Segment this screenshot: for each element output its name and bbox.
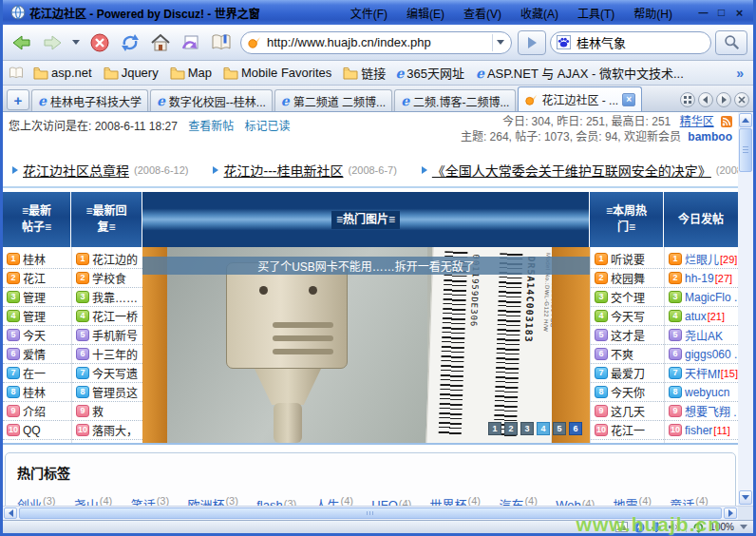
today-poster-item[interactable]: 8 webyucn bbox=[665, 383, 738, 402]
home-button[interactable] bbox=[147, 29, 174, 56]
bookmark-folder[interactable]: Jquery bbox=[104, 64, 159, 82]
latest-reply-item[interactable]: 10 落雨大， bbox=[72, 421, 142, 440]
latest-post-item[interactable]: 10 QQ bbox=[3, 421, 71, 440]
url-input[interactable] bbox=[265, 34, 488, 50]
weekly-hot-item[interactable]: 9 这几天 bbox=[591, 402, 664, 421]
today-poster-item[interactable]: 2 hh-19 [27] bbox=[665, 269, 738, 288]
latest-post-item[interactable]: 3 管理 bbox=[3, 288, 71, 307]
scroll-left-button[interactable] bbox=[4, 507, 17, 519]
today-poster-item[interactable]: 4 atux [21] bbox=[665, 307, 738, 326]
go-button[interactable] bbox=[518, 30, 546, 55]
maximize-button[interactable] bbox=[713, 6, 729, 20]
weekly-hot-item[interactable]: 3 交个理 bbox=[591, 288, 664, 307]
bookmark-folder[interactable]: 链接 bbox=[343, 64, 386, 82]
page-button-1[interactable]: 1 bbox=[488, 422, 501, 435]
menu-item[interactable]: 工具(T) bbox=[568, 3, 624, 23]
page-button-2[interactable]: 2 bbox=[504, 422, 518, 435]
latest-reply-item[interactable]: 1 花江边的 bbox=[72, 250, 142, 269]
scroll-up-button[interactable] bbox=[739, 113, 752, 127]
weekly-hot-item[interactable]: 1 听说要 bbox=[591, 250, 664, 269]
latest-reply-item[interactable]: 5 手机新号 bbox=[72, 326, 142, 345]
weekly-hot-item[interactable]: 2 校园舞 bbox=[591, 269, 664, 288]
weekly-hot-item[interactable]: 8 今天你 bbox=[591, 383, 664, 402]
announcement-link[interactable]: 花江边---桂电新社区 bbox=[223, 161, 343, 180]
weekly-hot-item[interactable]: 6 不爽 bbox=[591, 345, 664, 364]
hot-picture-viewer[interactable]: 0011959DE306 DR5A14C003183 Model No.:DWL… bbox=[142, 247, 590, 443]
page-button-5[interactable]: 5 bbox=[553, 422, 566, 435]
photo-caption[interactable]: 买了个USB网卡不能用……拆开一看无敌了 bbox=[142, 257, 590, 275]
tag-item[interactable]: flash (3) bbox=[256, 498, 296, 506]
weekly-hot-item[interactable]: 5 这才是 bbox=[591, 326, 664, 345]
latest-post-item[interactable]: 8 桂林 bbox=[3, 383, 71, 402]
page-button-4-current[interactable]: 4 bbox=[537, 422, 550, 435]
weekly-hot-item[interactable]: 4 今天写 bbox=[591, 307, 664, 326]
latest-reply-item[interactable]: 2 学校食 bbox=[72, 269, 142, 288]
newest-member-link[interactable]: bamboo bbox=[688, 130, 732, 144]
menu-item[interactable]: 帮助(H) bbox=[624, 3, 682, 23]
latest-reply-item[interactable]: 7 今天写遗 bbox=[72, 364, 142, 383]
tag-item[interactable]: UFO (4) bbox=[371, 498, 411, 506]
latest-reply-item[interactable]: 3 我靠…… bbox=[72, 288, 142, 307]
today-poster-item[interactable]: 3 MagicFlo ... bbox=[665, 288, 738, 307]
latest-post-item[interactable]: 9 介绍 bbox=[3, 402, 71, 421]
browser-tab[interactable]: 数字化校园--桂林... bbox=[150, 89, 273, 111]
latest-post-item[interactable]: 2 花江 bbox=[3, 269, 71, 288]
bookmark-link[interactable]: ASP.NET 与 AJAX - 微软中文技术... bbox=[476, 64, 684, 82]
view-new-posts-link[interactable]: 查看新帖 bbox=[188, 120, 234, 133]
scroll-down-button[interactable] bbox=[739, 490, 752, 505]
browser-tab[interactable]: 第二频道 二频博... bbox=[274, 89, 392, 111]
url-dropdown[interactable] bbox=[492, 34, 507, 51]
header-hot-pictures[interactable]: ≡热门图片≡ bbox=[142, 192, 590, 247]
favorites-button[interactable] bbox=[208, 29, 235, 56]
latest-post-item[interactable]: 5 今天 bbox=[3, 326, 71, 345]
bookmark-folder[interactable]: Map bbox=[170, 64, 212, 82]
today-poster-item[interactable]: 5 尧山AK bbox=[665, 326, 738, 345]
digest-link[interactable]: 精华区 bbox=[680, 115, 714, 128]
tag-item[interactable]: 笑话 (3) bbox=[131, 495, 169, 506]
page-button-6[interactable]: 6 bbox=[569, 422, 582, 435]
new-tab-button[interactable] bbox=[7, 89, 29, 110]
bookmarks-overflow-chevron[interactable] bbox=[732, 66, 747, 81]
address-bar[interactable] bbox=[240, 31, 512, 54]
stop-button[interactable] bbox=[86, 29, 113, 56]
announcement-link[interactable]: 花江边社区总章程 bbox=[23, 161, 129, 180]
menu-item[interactable]: 编辑(E) bbox=[397, 3, 454, 23]
nav-history-dropdown[interactable] bbox=[69, 29, 83, 56]
forward-button[interactable] bbox=[39, 29, 66, 56]
tag-item[interactable]: 世界杯 (4) bbox=[430, 495, 481, 506]
bookmark-folder[interactable]: asp.net bbox=[33, 64, 92, 82]
search-button[interactable] bbox=[715, 30, 747, 55]
menu-item[interactable]: 查看(V) bbox=[454, 3, 511, 23]
latest-post-item[interactable]: 6 爱情 bbox=[3, 345, 71, 364]
rss-icon[interactable] bbox=[721, 116, 732, 127]
today-poster-item[interactable]: 1 烂眼儿 [29] bbox=[665, 250, 738, 269]
header-weekly-hot[interactable]: ≡本周热 门≡ bbox=[590, 192, 664, 247]
tag-item[interactable]: 尧山 (4) bbox=[74, 495, 112, 506]
today-poster-item[interactable]: 7 天枰MM [15] bbox=[665, 364, 738, 383]
tag-item[interactable]: 人生 (4) bbox=[315, 495, 353, 506]
tab-scroll-left-button[interactable] bbox=[698, 92, 713, 107]
tag-item[interactable]: 汽车 (4) bbox=[499, 495, 537, 506]
today-poster-item[interactable]: 9 想要飞翔 .. bbox=[665, 402, 738, 421]
zoom-dropdown-icon[interactable] bbox=[740, 525, 747, 529]
browser-tab[interactable]: 桂林电子科技大学 bbox=[31, 89, 148, 111]
refresh-button[interactable] bbox=[117, 29, 143, 56]
tag-item[interactable]: Web (4) bbox=[556, 498, 595, 506]
menu-item[interactable]: 收藏(A) bbox=[511, 3, 568, 23]
weekly-hot-item[interactable]: 10 花江一 bbox=[591, 421, 664, 440]
tab-list-button[interactable] bbox=[680, 92, 695, 107]
latest-post-item[interactable]: 1 桂林 bbox=[3, 250, 71, 269]
latest-post-item[interactable]: 4 管理 bbox=[3, 307, 71, 326]
tab-close-button[interactable] bbox=[622, 93, 635, 106]
reopen-closed-page-button[interactable] bbox=[178, 29, 204, 56]
tag-item[interactable]: 创业 (3) bbox=[17, 495, 55, 506]
minimize-button[interactable] bbox=[695, 6, 711, 20]
tag-item[interactable]: 地震 (4) bbox=[614, 495, 652, 506]
latest-reply-item[interactable]: 6 十三年的 bbox=[72, 345, 142, 364]
active-tab[interactable]: 花江边社区 - ... bbox=[518, 86, 642, 111]
bookmark-link[interactable]: 365天网址 bbox=[395, 64, 464, 82]
announcement-link[interactable]: 《全国人大常委会关于维护互联网安全的决定》 bbox=[432, 161, 711, 180]
bookmark-folder[interactable]: Mobile Favorites bbox=[223, 64, 331, 82]
latest-reply-item[interactable]: 9 救 bbox=[72, 402, 142, 421]
today-poster-item[interactable]: 10 fisher [11] bbox=[665, 421, 738, 440]
